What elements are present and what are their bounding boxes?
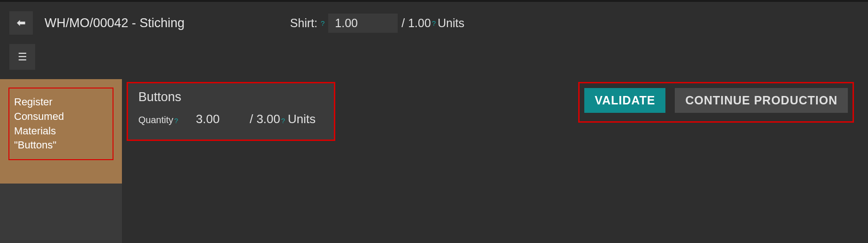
- header-quantity: Shirt: ? / 1.00 ? Units: [290, 14, 465, 33]
- menu-button[interactable]: ☰: [9, 44, 35, 70]
- material-uom: Units: [288, 112, 316, 126]
- material-qty-done[interactable]: 3.00: [196, 112, 220, 126]
- qty-total: / 1.00: [401, 16, 431, 30]
- hamburger-icon: ☰: [18, 51, 27, 63]
- material-name: Buttons: [138, 90, 324, 104]
- help-icon[interactable]: ?: [321, 19, 325, 27]
- side-line-2: Consumed: [14, 110, 108, 124]
- material-qty-label: Quantity: [138, 115, 173, 125]
- help-icon[interactable]: ?: [174, 117, 178, 125]
- qty-done-input[interactable]: [328, 14, 398, 33]
- side-line-3: Materials: [14, 124, 108, 139]
- uom-label: Units: [438, 16, 464, 30]
- validate-button[interactable]: VALIDATE: [584, 88, 665, 113]
- register-consumed-card: Register Consumed Materials "Buttons": [8, 88, 113, 160]
- back-button[interactable]: ⬅: [9, 11, 33, 35]
- side-line-4: "Buttons": [14, 138, 108, 153]
- side-empty-slot: [0, 184, 122, 243]
- page-title: WH/MO/00042 - Stiching: [45, 16, 185, 30]
- arrow-left-icon: ⬅: [17, 17, 25, 29]
- material-qty-total: / 3.00: [249, 112, 280, 126]
- help-icon[interactable]: ?: [432, 19, 436, 27]
- actions-panel: VALIDATE CONTINUE PRODUCTION: [578, 82, 854, 123]
- material-card: Buttons Quantity ? 3.00 / 3.00 ? Units: [127, 82, 335, 141]
- help-icon[interactable]: ?: [281, 117, 285, 125]
- product-label: Shirt:: [290, 16, 317, 30]
- side-line-1: Register: [14, 95, 108, 110]
- side-step-panel[interactable]: Register Consumed Materials "Buttons": [0, 79, 122, 184]
- continue-production-button[interactable]: CONTINUE PRODUCTION: [675, 88, 848, 113]
